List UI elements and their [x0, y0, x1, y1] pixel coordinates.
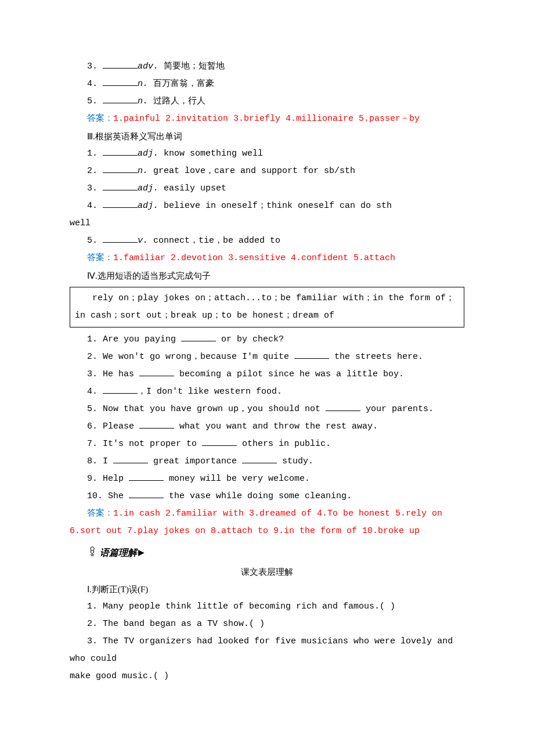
- item-num: 7.: [87, 439, 98, 449]
- item-num: 2.: [87, 352, 98, 362]
- sentence-pre: Please: [103, 422, 139, 431]
- sentence-post: or by check?: [216, 334, 284, 344]
- svg-point-0: [91, 547, 94, 550]
- sentence-mid: great importance: [148, 456, 242, 466]
- page: 3. adv. 简要地；短暂地 4. n. 百万富翁，富豪 5. n. 过路人，…: [0, 0, 534, 756]
- item-num: 3.: [87, 369, 98, 379]
- part-of-speech: n.: [138, 96, 148, 106]
- answer-text: 1.familiar 2.devotion 3.sensitive 4.conf…: [113, 253, 395, 263]
- reading-subtitle: 课文表层理解: [70, 563, 464, 581]
- tf-item-3: 3. The TV organizers had looked for five…: [70, 633, 464, 668]
- fill-blank[interactable]: [103, 233, 138, 243]
- part-of-speech: v.: [138, 236, 148, 246]
- sentence-pre: I: [103, 456, 113, 466]
- part-of-speech: adv.: [138, 62, 158, 71]
- part-of-speech: adj.: [138, 149, 158, 159]
- item-num: 4.: [87, 201, 98, 211]
- item-def-cont: well: [70, 218, 91, 228]
- sec4-item-1: 1. Are you paying or by check?: [70, 331, 464, 348]
- sec4-item-5: 5. Now that you have grown up，you should…: [70, 401, 464, 418]
- sec4-answer-line1: 答案：1.in cash 2.familiar with 3.dreamed o…: [70, 505, 464, 523]
- item-def: great love，care and support for sb/sth: [153, 166, 355, 176]
- fill-blank[interactable]: [242, 454, 277, 463]
- fill-blank[interactable]: [202, 437, 237, 446]
- heading-text: Ⅳ.选用短语的适当形式完成句子: [87, 271, 211, 280]
- sentence-pre: Help: [103, 474, 129, 484]
- item-def: easily upset: [164, 183, 226, 193]
- sec4-item-4: 4. ，I don't like western food.: [70, 383, 464, 401]
- item-num: 2.: [87, 619, 98, 629]
- fill-blank[interactable]: [294, 350, 329, 359]
- sentence-pre: It's not proper to: [103, 439, 202, 449]
- sec2-item-3: 3. adv. 简要地；短暂地: [70, 58, 464, 75]
- fill-blank[interactable]: [103, 146, 138, 156]
- item-num: 3.: [87, 636, 98, 646]
- part-of-speech: n.: [138, 79, 148, 89]
- fill-blank[interactable]: [129, 489, 164, 498]
- fill-blank[interactable]: [103, 384, 138, 394]
- sentence-pre: Are you paying: [103, 334, 181, 344]
- item-num: 3.: [87, 62, 98, 71]
- tf-item-3-cont: make good music.( ): [70, 668, 464, 685]
- part-of-speech: adj.: [138, 201, 158, 211]
- item-num: 2.: [87, 166, 98, 176]
- tf-heading: Ⅰ.判断正(T)误(F): [70, 581, 464, 598]
- fill-blank[interactable]: [103, 59, 138, 69]
- fill-blank[interactable]: [113, 454, 148, 463]
- sentence-post: study.: [277, 456, 313, 466]
- sec4-answer-line2: 6.sort out 7.play jokes on 8.attach to 9…: [70, 523, 464, 540]
- sentence-post: your parents.: [360, 404, 434, 414]
- sec2-answer: 答案：1.painful 2.invitation 3.briefly 4.mi…: [70, 110, 464, 128]
- fill-blank[interactable]: [103, 199, 138, 208]
- part-of-speech: n.: [138, 166, 148, 176]
- sentence-pre: He has: [103, 369, 139, 379]
- item-num: 10.: [87, 491, 103, 501]
- fill-blank[interactable]: [103, 77, 138, 86]
- item-num: 5.: [87, 236, 98, 246]
- phrase-bank-box: rely on；play jokes on；attach...to；be fam…: [70, 287, 464, 327]
- fill-blank[interactable]: [103, 181, 138, 190]
- sentence-post: the streets here.: [329, 352, 423, 362]
- fill-blank[interactable]: [103, 94, 138, 103]
- item-num: 8.: [87, 456, 98, 466]
- answer-text: 6.sort out 7.play jokes on 8.attach to 9…: [70, 526, 420, 536]
- tf-item-1: 1. Many people think little of becoming …: [70, 598, 464, 615]
- sec3-item-2: 2. n. great love，care and support for sb…: [70, 163, 464, 180]
- reading-heading-text: 语篇理解: [100, 543, 137, 562]
- answer-label: 答案：: [87, 114, 113, 124]
- heading-text: Ⅲ.根据英语释义写出单词: [87, 132, 182, 141]
- item-num: 1.: [87, 334, 98, 344]
- item-def: believe in oneself；think oneself can do …: [164, 201, 392, 211]
- answer-text: 1.in cash 2.familiar with 3.dreamed of 4…: [113, 509, 442, 519]
- item-def: connect，tie，be added to: [153, 236, 280, 246]
- item-num: 1.: [87, 602, 98, 611]
- fill-blank[interactable]: [103, 164, 138, 173]
- subtitle-text: 课文表层理解: [241, 567, 293, 577]
- sec3-item-4: 4. adj. believe in oneself；think oneself…: [70, 197, 464, 215]
- sec3-item-4-cont: well: [70, 215, 464, 232]
- sec3-item-3: 3. adj. easily upset: [70, 180, 464, 197]
- fill-blank[interactable]: [139, 419, 174, 429]
- sec4-item-6: 6. Please what you want and throw the re…: [70, 418, 464, 435]
- item-def: 百万富翁，富豪: [153, 79, 214, 89]
- answer-label: 答案：: [87, 509, 113, 519]
- sentence-post: ，I don't like western food.: [138, 387, 282, 397]
- tf-item-2: 2. The band began as a TV show.( ): [70, 615, 464, 633]
- fill-blank[interactable]: [181, 332, 216, 341]
- sec3-answer: 答案：1.familiar 2.devotion 3.sensitive 4.c…: [70, 250, 464, 267]
- bulb-icon: [87, 546, 98, 559]
- answer-text: 1.painful 2.invitation 3.briefly 4.milli…: [113, 114, 420, 124]
- sec2-item-4: 4. n. 百万富翁，富豪: [70, 75, 464, 93]
- item-num: 5.: [87, 404, 98, 414]
- item-num: 4.: [87, 79, 98, 89]
- fill-blank[interactable]: [129, 471, 164, 481]
- fill-blank[interactable]: [139, 367, 174, 376]
- tf-text: The band began as a TV show.( ): [103, 619, 265, 629]
- sec3-item-1: 1. adj. know something well: [70, 145, 464, 163]
- fill-blank[interactable]: [326, 402, 360, 411]
- item-def: 过路人，行人: [153, 96, 205, 106]
- reading-section-heading: 语篇理解 ▶: [87, 543, 464, 562]
- sentence-post: others in public.: [237, 439, 331, 449]
- sentence-pre: Now that you have grown up，you should no…: [103, 404, 326, 414]
- sec3-item-5: 5. v. connect，tie，be added to: [70, 232, 464, 250]
